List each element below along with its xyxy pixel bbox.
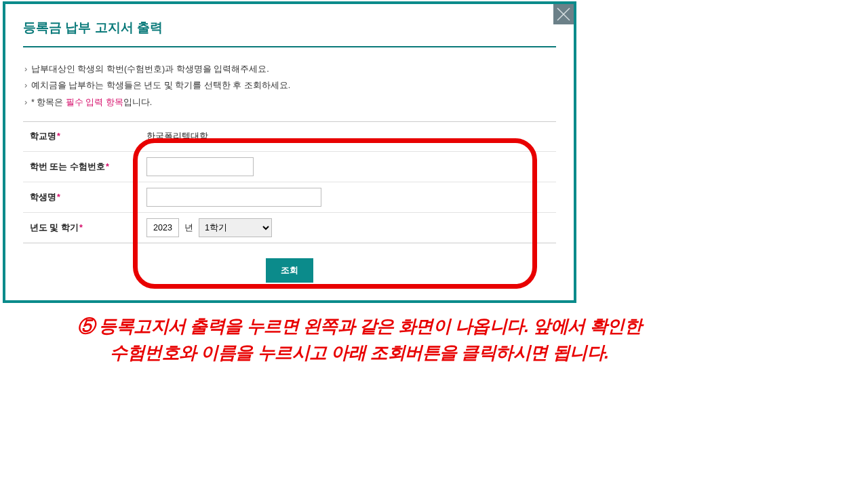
label-student-id: 학번 또는 수험번호* — [23, 153, 138, 181]
note-line-2: 예치금을 납부하는 학생들은 년도 및 학기를 선택한 후 조회하세요. — [23, 77, 556, 94]
label-school: 학교명* — [23, 123, 138, 150]
year-input[interactable] — [146, 218, 179, 237]
dialog-title: 등록금 납부 고지서 출력 — [23, 19, 556, 47]
caption-line-2: 수험번호와 이름을 누르시고 아래 조회버튼을 클릭하시면 됩니다. — [110, 342, 609, 363]
row-school: 학교명* 한국폴리텍대학 — [23, 122, 556, 152]
student-name-input[interactable] — [146, 188, 321, 207]
semester-select[interactable]: 1학기 — [199, 218, 272, 237]
caption-line-1: ⑤ 등록고지서 출력을 누르면 왼쪽과 같은 화면이 나옵니다. 앞에서 확인한 — [77, 316, 642, 336]
label-student-name-text: 학생명 — [30, 192, 56, 202]
instruction-caption: ⑤ 등록고지서 출력을 누르면 왼쪽과 같은 화면이 나옵니다. 앞에서 확인한… — [0, 313, 719, 366]
close-button[interactable] — [553, 4, 574, 24]
row-term: 년도 및 학기* 년 1학기 — [23, 213, 556, 243]
tuition-print-dialog: 등록금 납부 고지서 출력 납부대상인 학생의 학번(수험번호)과 학생명을 입… — [3, 1, 576, 303]
required-mark: * — [79, 223, 83, 232]
note3-suffix: 입니다. — [123, 98, 152, 107]
required-mark: * — [57, 192, 60, 202]
value-school: 한국폴리텍대학 — [138, 125, 556, 148]
note3-prefix: * 항목은 — [31, 98, 66, 107]
student-id-input[interactable] — [146, 157, 254, 176]
note-line-3: * 항목은 필수 입력 항목입니다. — [23, 94, 556, 110]
note3-required-text: 필수 입력 항목 — [66, 98, 123, 107]
search-button[interactable]: 조회 — [266, 258, 313, 283]
note-line-1: 납부대상인 학생의 학번(수험번호)과 학생명을 입력해주세요. — [23, 61, 556, 77]
close-icon — [553, 4, 574, 24]
label-term: 년도 및 학기* — [23, 214, 138, 242]
form-table: 학교명* 한국폴리텍대학 학번 또는 수험번호* 학생명* — [23, 121, 556, 243]
row-student-name: 학생명* — [23, 182, 556, 213]
label-student-id-text: 학번 또는 수험번호 — [30, 162, 105, 171]
row-student-id: 학번 또는 수험번호* — [23, 152, 556, 182]
required-mark: * — [57, 131, 60, 141]
year-unit: 년 — [184, 222, 193, 234]
label-school-text: 학교명 — [30, 131, 56, 141]
label-student-name: 학생명* — [23, 184, 138, 211]
instruction-notes: 납부대상인 학생의 학번(수험번호)과 학생명을 입력해주세요. 예치금을 납부… — [23, 61, 556, 110]
label-term-text: 년도 및 학기 — [30, 223, 79, 232]
required-mark: * — [106, 162, 109, 171]
